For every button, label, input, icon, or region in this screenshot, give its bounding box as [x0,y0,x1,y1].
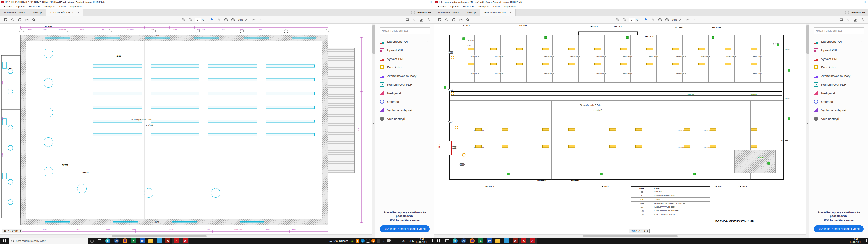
edge-app-icon[interactable]: e [103,238,112,244]
minimize-button[interactable] [414,0,421,4]
word-app-icon[interactable]: W [485,238,494,244]
panel-collapse-arrow[interactable] [372,118,375,129]
search-button[interactable] [31,18,36,22]
select-tool-button[interactable] [210,18,215,22]
taskbar-clock[interactable]: 13:41 15.11.2021 [850,238,861,244]
hand-tool-button[interactable] [651,18,656,22]
fit-width-button[interactable] [252,18,257,22]
explorer-app-icon[interactable] [494,238,502,244]
maximize-button[interactable] [855,0,861,4]
acrobat-app-icon[interactable]: A [181,238,189,244]
power-tray-icon[interactable] [392,240,395,242]
excel-app-icon[interactable]: X [476,238,485,244]
fill-sign-tool-button[interactable] [412,18,417,22]
tool-item-combine-files[interactable]: Zkombinovat soubory [813,72,864,80]
menu-zobrazení[interactable]: Zobrazení [27,5,42,8]
title-bar[interactable]: A D.1.1.06_PŮDORYS 2.NP_NOVÝ_STAV_PŘÍSTA… [0,0,434,4]
menu-podepsat[interactable]: Podepsat [476,5,491,8]
photos-app-icon[interactable] [155,238,164,244]
star-button[interactable] [444,18,450,22]
defender-tray-icon[interactable]: ! [387,239,391,243]
menu-nápověda[interactable]: Nápověda [502,5,518,8]
comment-tool-button[interactable] [405,18,410,22]
next-page-button[interactable] [622,18,627,22]
taskbar-clock[interactable]: 13:41 15.11.2021 [416,238,427,244]
tool-item-comment[interactable]: Poznámka [379,63,430,72]
vertical-scrollbar[interactable] [806,24,809,238]
menu-úpravy[interactable]: Úpravy [448,5,460,8]
acrobat-app-icon[interactable]: A [172,238,181,244]
tool-item-redact[interactable]: Redigovat [813,89,864,97]
tool-item-more-tools[interactable]: Více nástrojů [379,115,430,123]
tool-item-protect[interactable]: Ochrana [379,97,430,106]
comment-tool-button[interactable] [839,18,844,22]
star-button[interactable] [10,18,16,22]
mail-app-icon[interactable]: @ [112,238,121,244]
email-button[interactable] [458,18,463,22]
menu-soubor[interactable]: Soubor [436,5,448,8]
next-page-button[interactable] [188,18,193,22]
browser-app-icon[interactable] [468,238,476,244]
tool-item-edit-pdf[interactable]: Upravit PDF [379,46,430,55]
snip-tray-icon[interactable] [366,239,370,243]
tool-item-combine-files[interactable]: Zkombinovat soubory [379,72,430,80]
weather-widget[interactable]: ☁ 6°C Oblačno [329,239,348,243]
taskbar-search-input[interactable] [16,239,86,242]
word-app-icon[interactable]: W [138,238,147,244]
zoom-out-button[interactable] [657,18,663,22]
tab-document[interactable]: E05 silnoproud nov... × [480,9,516,16]
start-button[interactable] [434,238,443,244]
tool-item-protect[interactable]: Ochrana [813,97,864,106]
tools-search-input[interactable] [813,27,864,34]
zoom-level-select[interactable]: 75% [672,18,677,21]
highlight-tool-button[interactable] [418,18,424,22]
browser-app-icon[interactable] [121,238,129,244]
cortana-button[interactable] [88,238,96,244]
nvidia-tray-icon[interactable]: ◉ [350,239,354,243]
menu-úpravy[interactable]: Úpravy [14,5,26,8]
acrobat-app-icon[interactable]: A [520,238,528,244]
close-tab-icon[interactable]: × [78,11,79,14]
highlight-tool-button[interactable] [852,18,858,22]
sign-in-link[interactable]: Přihlásit se [417,11,431,14]
tool-item-export-pdf[interactable]: Exportovat PDF [379,37,430,46]
tool-item-fill-sign[interactable]: Vyplnit a podepsat [813,106,864,115]
tab-tools[interactable]: Nástroje [463,9,480,16]
previous-page-button[interactable] [181,18,186,22]
menu-soubor[interactable]: Soubor [2,5,14,8]
display-tray-icon[interactable] [397,240,400,242]
search-button[interactable] [465,18,470,22]
task-view-button[interactable] [443,238,451,244]
fill-sign-tool-button[interactable] [846,18,851,22]
tool-item-comment[interactable]: Poznámka [813,63,864,72]
print-button[interactable] [451,18,456,22]
autocad-app-icon[interactable]: A [511,238,520,244]
page-number-input[interactable]: 1 [195,18,201,22]
tool-item-compress-pdf[interactable]: Komprimovat PDF [379,80,430,89]
panel-collapse-arrow[interactable] [806,118,809,129]
tool-item-create-pdf[interactable]: Vytvořit PDF [379,55,430,63]
share-tool-button[interactable] [860,18,865,22]
explorer-app-icon[interactable] [147,238,155,244]
acrobat-app-icon[interactable]: A [528,238,537,244]
excel-app-icon[interactable]: X [129,238,138,244]
zoom-in-button[interactable] [230,18,236,22]
sync-tray-icon[interactable]: c [361,239,365,243]
tab-tools[interactable]: Nástroje [29,9,46,16]
menu-okna[interactable]: Okna [57,5,68,8]
tool-item-redact[interactable]: Redigovat [379,89,430,97]
tab-home[interactable]: Domovská stránka [434,9,463,16]
share-tool-button[interactable] [426,18,431,22]
task-view-button[interactable] [96,238,103,244]
edge-app-icon[interactable]: e [451,238,459,244]
document-view-electrical-plan[interactable]: ZAL.201.5ZAL.201.6ZAL.201.7ZAL.201.8ZAL.… [434,24,809,238]
tools-search-input[interactable] [379,27,430,34]
menu-okna[interactable]: Okna [491,5,502,8]
vertical-scrollbar[interactable] [372,24,375,238]
menu-podepsat[interactable]: Podepsat [42,5,57,8]
action-center-icon[interactable] [429,239,433,242]
save-button[interactable] [437,18,442,22]
help-icon[interactable]: ? [845,11,849,14]
menu-nápověda[interactable]: Nápověda [68,5,84,8]
maximize-button[interactable] [421,0,427,4]
